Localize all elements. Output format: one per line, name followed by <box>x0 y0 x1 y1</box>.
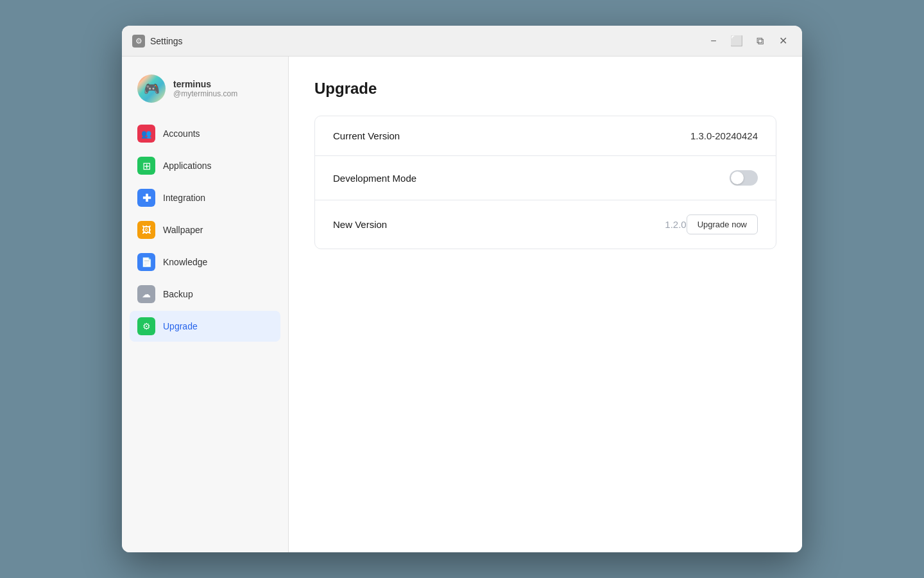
close-button[interactable]: ✕ <box>774 32 792 50</box>
dev-mode-label: Development Mode <box>333 173 730 184</box>
sidebar-item-label-accounts: Accounts <box>163 128 200 139</box>
user-info: terminus @myterminus.com <box>173 79 237 98</box>
user-email: @myterminus.com <box>173 89 237 98</box>
user-profile: 🎮 terminus @myterminus.com <box>130 69 280 108</box>
app-icon: ⚙ <box>132 35 145 48</box>
sidebar-item-integration[interactable]: ✚ Integration <box>130 182 280 213</box>
sidebar-item-label-upgrade: Upgrade <box>163 321 198 331</box>
page-title: Upgrade <box>314 80 776 98</box>
wallpaper-icon: 🖼 <box>137 221 155 239</box>
upgrade-icon: ⚙ <box>137 317 155 335</box>
current-version-label: Current Version <box>333 130 690 141</box>
sidebar-item-label-integration: Integration <box>163 193 205 203</box>
integration-icon: ✚ <box>137 189 155 207</box>
content-area: 🎮 terminus @myterminus.com 👥 Accounts ⊞ … <box>122 57 802 552</box>
window-controls: − ⬜ ⧉ ✕ <box>705 32 792 50</box>
sidebar-item-applications[interactable]: ⊞ Applications <box>130 150 280 181</box>
sidebar-item-label-wallpaper: Wallpaper <box>163 225 203 235</box>
main-content: Upgrade Current Version 1.3.0-20240424 D… <box>289 57 802 552</box>
settings-window: ⚙ Settings − ⬜ ⧉ ✕ 🎮 terminus @myterminu… <box>122 26 802 552</box>
accounts-icon: 👥 <box>137 125 155 143</box>
sidebar: 🎮 terminus @myterminus.com 👥 Accounts ⊞ … <box>122 57 289 552</box>
backup-icon: ☁ <box>137 285 155 303</box>
current-version-row: Current Version 1.3.0-20240424 <box>315 116 776 156</box>
applications-icon: ⊞ <box>137 157 155 175</box>
new-version-label: New Version <box>333 219 661 230</box>
sidebar-item-wallpaper[interactable]: 🖼 Wallpaper <box>130 215 280 245</box>
sidebar-item-label-applications: Applications <box>163 161 212 171</box>
window-title: Settings <box>150 36 705 46</box>
sidebar-item-upgrade[interactable]: ⚙ Upgrade <box>130 311 280 342</box>
sidebar-item-knowledge[interactable]: 📄 Knowledge <box>130 247 280 277</box>
titlebar: ⚙ Settings − ⬜ ⧉ ✕ <box>122 26 802 57</box>
minimize-button[interactable]: − <box>705 32 723 50</box>
sidebar-item-label-backup: Backup <box>163 289 193 299</box>
maximize-button[interactable]: ⬜ <box>728 32 746 50</box>
upgrade-now-button[interactable]: Upgrade now <box>687 215 758 234</box>
dev-mode-row: Development Mode <box>315 156 776 200</box>
new-version-number: 1.2.0 <box>665 219 686 230</box>
knowledge-icon: 📄 <box>137 253 155 271</box>
dev-mode-toggle[interactable] <box>730 170 758 186</box>
upgrade-card: Current Version 1.3.0-20240424 Developme… <box>314 116 776 249</box>
restore-button[interactable]: ⧉ <box>751 32 769 50</box>
current-version-value: 1.3.0-20240424 <box>690 130 758 141</box>
avatar: 🎮 <box>137 74 166 103</box>
sidebar-nav: 👥 Accounts ⊞ Applications ✚ Integration … <box>130 118 280 343</box>
sidebar-item-backup[interactable]: ☁ Backup <box>130 279 280 310</box>
sidebar-item-label-knowledge: Knowledge <box>163 257 207 267</box>
user-name: terminus <box>173 79 237 89</box>
new-version-row: New Version 1.2.0 Upgrade now <box>315 200 776 249</box>
sidebar-item-accounts[interactable]: 👥 Accounts <box>130 118 280 149</box>
